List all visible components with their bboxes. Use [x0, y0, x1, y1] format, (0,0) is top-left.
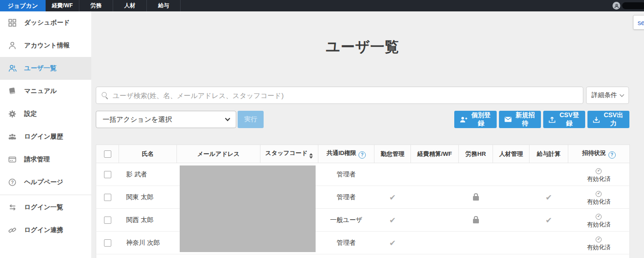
csv-export-button[interactable]: CSV出力: [587, 111, 629, 128]
row-checkbox[interactable]: [104, 239, 111, 247]
button-label: 新規招待: [515, 111, 535, 128]
button-label: CSV出力: [603, 111, 624, 128]
gear-icon: [7, 109, 18, 119]
status-label: 有効化済: [587, 221, 611, 228]
header-common-id: 共通ID権限?: [318, 145, 374, 163]
user-name: 神奈川 次郎: [119, 232, 177, 254]
table-row-partial: [96, 254, 630, 258]
top-navigation-bar: ジョブカン 経費/WF 労務 人材 給与: [0, 0, 644, 11]
user-name: 関東 太郎: [119, 186, 177, 209]
table-header-row: 氏名 メールアドレス スタッフコード 共通ID権限? 勤怠管理 経費精算/WF …: [96, 145, 630, 163]
top-tab-kyuyo[interactable]: 給与: [147, 0, 181, 11]
activated-check-icon: ✔: [596, 191, 602, 197]
row-checkbox[interactable]: [104, 194, 111, 201]
user-permission: 管理者: [318, 232, 374, 254]
csv-import-button[interactable]: CSV登録: [543, 111, 585, 128]
sidebar-item-manual[interactable]: マニュアル: [0, 80, 91, 103]
check-icon: ✔: [389, 238, 395, 248]
sidebar: ダッシュボード アカウント情報 ユーザ一覧 マニュアル: [0, 11, 91, 258]
chevron-down-icon: [620, 92, 624, 97]
sidebar-label: 請求管理: [24, 155, 50, 164]
user-table: 氏名 メールアドレス スタッフコード 共通ID権限? 勤怠管理 経費精算/WF …: [96, 144, 629, 258]
individual-register-button[interactable]: 個別登録: [454, 111, 497, 128]
users-icon: [7, 63, 18, 73]
sidebar-label: マニュアル: [24, 87, 57, 95]
header-staff-code[interactable]: スタッフコード: [260, 145, 318, 163]
check-icon: ✔: [545, 216, 552, 225]
invite-status: ✔ 有効化済: [568, 232, 630, 254]
brand-tab-jobcan[interactable]: ジョブカン: [0, 0, 46, 11]
sidebar-label: ヘルプページ: [24, 178, 63, 186]
user-name: 関西 太郎: [119, 209, 177, 232]
user-group-icon: [7, 132, 18, 142]
execute-button[interactable]: 実行: [238, 111, 264, 128]
user-permission: 管理者: [318, 163, 374, 186]
detail-filter-button[interactable]: 詳細条件: [586, 87, 629, 104]
sidebar-label: ユーザ一覧: [24, 64, 57, 72]
check-icon: ✔: [389, 193, 395, 202]
invite-status: ✔ 有効化済: [568, 163, 630, 186]
sidebar-label: ログイン連携: [24, 226, 63, 234]
sort-icon[interactable]: [309, 153, 313, 159]
sidebar-label: アカウント情報: [24, 41, 70, 50]
sidebar-item-user-list[interactable]: ユーザ一覧: [0, 57, 91, 80]
status-label: 有効化済: [587, 198, 611, 205]
dashboard-grid-icon: [7, 18, 18, 28]
sidebar-item-dashboard[interactable]: ダッシュボード: [0, 11, 91, 34]
row-checkbox[interactable]: [104, 217, 111, 224]
bulk-action-selected-value: 一括アクションを選択: [103, 115, 172, 124]
detail-filter-label: 詳細条件: [592, 91, 617, 99]
download-icon: [593, 116, 600, 123]
top-tab-jinzai[interactable]: 人材: [113, 0, 147, 11]
credit-card-icon: [7, 155, 18, 165]
sidebar-label: 設定: [24, 110, 37, 118]
redaction-overlay: [180, 165, 316, 252]
book-icon: [7, 86, 18, 96]
bulk-action-select[interactable]: 一括アクションを選択: [96, 111, 236, 128]
header-roumu: 労務HR: [459, 145, 493, 163]
sidebar-item-help[interactable]: ? ヘルプページ: [0, 171, 91, 194]
activated-check-icon: ✔: [596, 237, 602, 243]
user-search-box: [96, 87, 583, 104]
user-name: 影 武者: [119, 163, 177, 186]
top-tab-roumu[interactable]: 労務: [79, 0, 113, 11]
redacted-username-pill[interactable]: [622, 2, 644, 9]
header-keihi: 経費精算/WF: [411, 145, 459, 163]
header-kyuyo: 給与計算: [530, 145, 568, 163]
user-avatar-icon[interactable]: [613, 2, 620, 10]
select-all-checkbox[interactable]: [104, 150, 111, 158]
user-permission: 一般ユーザ: [318, 209, 374, 232]
user-permission: 管理者: [318, 186, 374, 209]
sidebar-item-login-list[interactable]: ログイン一覧: [0, 196, 91, 219]
autofill-popup[interactable]: se: [633, 15, 644, 30]
check-icon: ✔: [545, 193, 552, 202]
help-icon[interactable]: ?: [358, 151, 366, 159]
search-input[interactable]: [113, 92, 577, 99]
top-tab-expense-wf[interactable]: 経費/WF: [46, 0, 79, 11]
sidebar-item-account-info[interactable]: アカウント情報: [0, 34, 91, 57]
activated-check-icon: ✔: [596, 214, 602, 220]
help-icon[interactable]: ?: [608, 151, 616, 159]
header-invite-status: 招待状況?: [568, 145, 630, 163]
sidebar-label: ダッシュボード: [24, 19, 70, 27]
check-icon: ✔: [389, 216, 395, 225]
row-checkbox[interactable]: [104, 171, 111, 178]
sidebar-item-login-link[interactable]: ログイン連携: [0, 219, 91, 242]
header-name: 氏名: [119, 145, 177, 163]
sidebar-item-billing[interactable]: 請求管理: [0, 148, 91, 171]
user-plus-icon: [460, 116, 467, 123]
new-invite-button[interactable]: 新規招待: [499, 111, 541, 128]
invite-status: ✔ 有効化済: [568, 209, 630, 232]
header-email: メールアドレス: [177, 145, 260, 163]
lock-icon: [473, 196, 479, 201]
header-checkbox-cell: [96, 145, 119, 163]
topbar-user-area: [613, 0, 644, 11]
header-jinzai: 人材管理: [493, 145, 530, 163]
activated-check-icon: ✔: [596, 168, 602, 174]
select-caret-icon: [225, 116, 230, 121]
sidebar-divider: [0, 195, 91, 195]
sidebar-item-settings[interactable]: 設定: [0, 103, 91, 125]
header-kintai: 勤怠管理: [374, 145, 411, 163]
sidebar-item-login-history[interactable]: ログイン履歴: [0, 125, 91, 148]
upload-icon: [549, 116, 556, 123]
